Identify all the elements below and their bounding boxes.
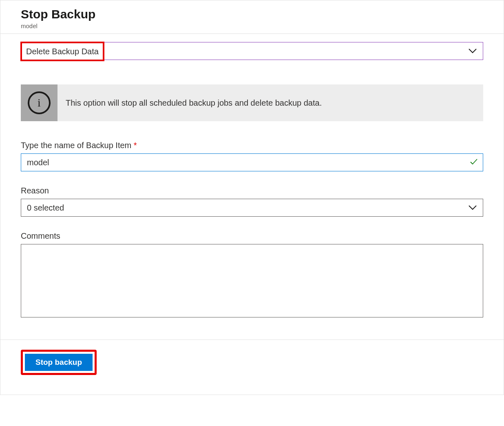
- info-text: This option will stop all scheduled back…: [57, 98, 330, 108]
- highlight-box-action: Delete Backup Data: [20, 42, 104, 61]
- reason-value: 0 selected: [27, 203, 64, 213]
- chevron-down-icon: [468, 205, 477, 211]
- comments-field-block: Comments: [21, 231, 483, 319]
- stop-backup-button[interactable]: Stop backup: [25, 354, 93, 371]
- reason-dropdown[interactable]: 0 selected: [21, 199, 483, 217]
- comments-textarea[interactable]: [21, 244, 483, 317]
- info-icon: i: [28, 91, 51, 114]
- name-field-block: Type the name of Backup Item *: [21, 141, 483, 171]
- panel-content: Delete Backup Data i This option will st…: [0, 34, 504, 339]
- panel-header: Stop Backup model: [0, 0, 504, 33]
- panel-footer: Stop backup: [0, 340, 504, 395]
- page-title: Stop Backup: [21, 7, 483, 22]
- chevron-down-icon: [468, 48, 477, 54]
- name-label-text: Type the name of Backup Item: [21, 141, 131, 150]
- required-star-icon: *: [134, 141, 137, 150]
- stop-backup-panel: Stop Backup model Delete Backup Data i T…: [0, 0, 504, 395]
- backup-action-value: Delete Backup Data: [26, 47, 99, 56]
- name-field-label: Type the name of Backup Item *: [21, 141, 483, 150]
- info-icon-container: i: [21, 84, 57, 121]
- page-subtitle: model: [21, 22, 483, 29]
- reason-field-label: Reason: [21, 186, 483, 195]
- checkmark-icon: [470, 158, 478, 166]
- backup-action-dropdown[interactable]: Delete Backup Data: [21, 42, 483, 60]
- backup-item-name-input[interactable]: [21, 154, 483, 171]
- highlight-box-stop-button: Stop backup: [21, 350, 97, 375]
- comments-field-label: Comments: [21, 231, 483, 241]
- info-banner: i This option will stop all scheduled ba…: [21, 84, 483, 121]
- reason-field-block: Reason 0 selected: [21, 186, 483, 217]
- name-input-wrap: [21, 153, 483, 171]
